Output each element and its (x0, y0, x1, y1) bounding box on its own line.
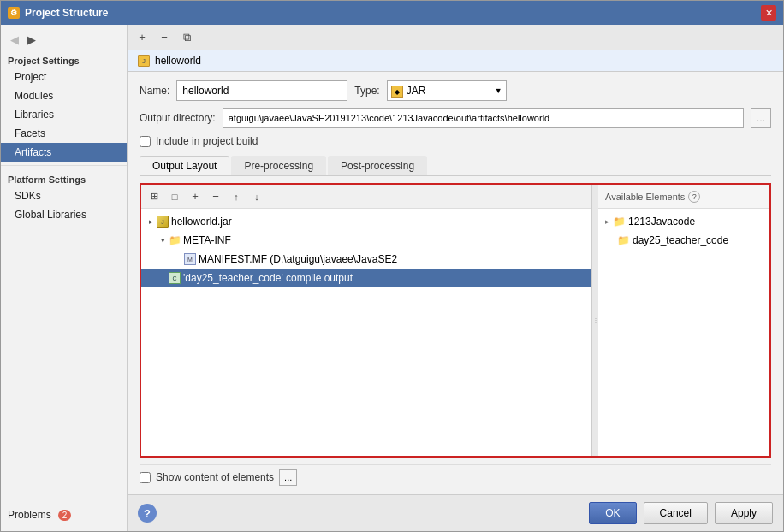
layout-down-button[interactable]: ↓ (247, 187, 266, 206)
nav-forward-button[interactable]: ▶ (25, 33, 39, 46)
show-content-label: Show content of elements (156, 471, 274, 483)
jar-icon: J (157, 216, 169, 228)
copy-artifact-button[interactable]: ⧉ (177, 28, 196, 47)
output-dir-label: Output directory: (140, 112, 216, 124)
sidebar: ◀ ▶ Project Settings Project Modules Lib… (1, 25, 128, 531)
compile-icon: C (169, 272, 181, 284)
help-icon: ? (688, 191, 700, 203)
tree-item-helloworld-jar[interactable]: ▸ J helloworld.jar (141, 212, 591, 231)
remove-artifact-button[interactable]: − (155, 28, 174, 47)
platform-settings-header: Platform Settings (1, 169, 127, 186)
folder-icon-meta-inf: 📁 (169, 234, 181, 246)
include-build-row: Include in project build (140, 135, 771, 147)
layout-tree: ▸ J helloworld.jar ▾ 📁 META-INF (141, 209, 591, 456)
title-bar: ⚙ Project Structure ✕ (1, 1, 783, 25)
tree-arrow-manifest (172, 253, 184, 265)
project-structure-dialog: ⚙ Project Structure ✕ ◀ ▶ Project Settin… (0, 0, 784, 532)
nav-back-button[interactable]: ◀ (8, 33, 21, 46)
splitter-dots: ⋮ (592, 316, 598, 324)
sidebar-item-facets[interactable]: Facets (1, 124, 127, 143)
ellipsis-button[interactable]: ... (279, 469, 297, 486)
layout-btn2[interactable]: □ (165, 187, 184, 206)
type-value: JAR (407, 85, 426, 97)
tree-label-manifest: MANIFEST.MF (D:\atguigu\javaee\JavaSE2 (199, 253, 397, 265)
tabs-bar: Output Layout Pre-processing Post-proces… (140, 156, 771, 176)
tree-label-compile-output: 'day25_teacher_code' compile output (183, 272, 353, 284)
help-button[interactable]: ? (138, 504, 157, 523)
show-content-checkbox[interactable] (140, 472, 151, 483)
artifact-item-label: helloworld (155, 55, 201, 67)
close-button[interactable]: ✕ (761, 5, 776, 21)
cancel-button[interactable]: Cancel (644, 502, 708, 524)
artifact-list: J helloworld (128, 50, 783, 72)
sidebar-item-project[interactable]: Project (1, 68, 127, 86)
layout-add-button[interactable]: + (186, 187, 205, 206)
manifest-icon: M (184, 253, 196, 265)
artifact-list-toolbar: + − ⧉ (128, 25, 783, 50)
output-layout-panel: ⊞ □ + − ↑ ↓ ▸ J (140, 183, 771, 458)
content-area: + − ⧉ J helloworld Name: Type: (128, 25, 783, 531)
avail-label-day25: day25_teacher_code (633, 234, 728, 246)
avail-item-day25[interactable]: 📁 day25_teacher_code (598, 231, 769, 250)
sidebar-item-modules[interactable]: Modules (1, 86, 127, 105)
dialog-footer: ? OK Cancel Apply (128, 494, 783, 531)
apply-button[interactable]: Apply (715, 502, 773, 524)
output-dir-input[interactable] (223, 108, 744, 128)
title-bar-title: Project Structure (25, 7, 756, 19)
tree-label-helloworld-jar: helloworld.jar (171, 216, 232, 228)
tab-preprocessing[interactable]: Pre-processing (231, 156, 326, 175)
sidebar-divider (1, 165, 127, 166)
name-type-row: Name: Type: ◆ JAR ▼ (140, 80, 771, 101)
tree-arrow-helloworld: ▸ (145, 216, 157, 228)
available-header-label: Available Elements (605, 192, 685, 202)
tree-item-compile-output[interactable]: C 'day25_teacher_code' compile output (141, 269, 591, 287)
tree-item-manifest[interactable]: M MANIFEST.MF (D:\atguigu\javaee\JavaSE2 (141, 250, 591, 269)
avail-folder-icon-1213: 📁 (613, 216, 625, 228)
sidebar-item-global-libraries[interactable]: Global Libraries (1, 205, 127, 224)
avail-folder-icon-day25: 📁 (617, 234, 629, 246)
include-build-checkbox[interactable] (140, 136, 151, 147)
available-elements-header: Available Elements ? (598, 185, 769, 209)
sidebar-item-sdks[interactable]: SDKs (1, 186, 127, 205)
layout-splitter[interactable]: ⋮ (591, 185, 598, 456)
available-tree: ▸ 📁 1213Javacode 📁 day25_teacher_code (598, 209, 769, 456)
browse-button[interactable]: … (751, 108, 771, 128)
show-content-row: Show content of elements ... (140, 464, 771, 486)
type-dropdown-icon: ▼ (495, 86, 502, 95)
title-bar-icon: ⚙ (8, 7, 20, 19)
type-label: Type: (354, 85, 379, 97)
layout-up-button[interactable]: ↑ (227, 187, 246, 206)
artifact-jar-icon: J (138, 55, 150, 67)
tree-arrow-meta-inf: ▾ (157, 234, 169, 246)
name-input[interactable] (176, 80, 347, 101)
avail-arrow-1213: ▸ (605, 217, 609, 226)
sidebar-item-artifacts[interactable]: Artifacts (1, 143, 127, 162)
add-artifact-button[interactable]: + (133, 28, 151, 47)
ok-button[interactable]: OK (589, 502, 636, 524)
sidebar-item-problems[interactable]: Problems 2 (1, 505, 127, 524)
include-build-label: Include in project build (156, 135, 258, 147)
layout-btn1[interactable]: ⊞ (145, 187, 163, 206)
footer-left: ? (138, 504, 157, 523)
sidebar-item-libraries[interactable]: Libraries (1, 105, 127, 124)
avail-label-1213: 1213Javacode (628, 216, 695, 228)
dialog-body: ◀ ▶ Project Settings Project Modules Lib… (1, 25, 783, 531)
tree-label-meta-inf: META-INF (183, 234, 231, 246)
form-area: Name: Type: ◆ JAR ▼ Output directory: (128, 72, 783, 494)
tree-item-meta-inf[interactable]: ▾ 📁 META-INF (141, 231, 591, 250)
tab-postprocessing[interactable]: Post-processing (328, 156, 427, 175)
layout-right: Available Elements ? ▸ 📁 1213Javacode (598, 185, 769, 456)
avail-item-1213javacode[interactable]: ▸ 📁 1213Javacode (598, 212, 769, 231)
layout-toolbar: ⊞ □ + − ↑ ↓ (141, 185, 591, 209)
tab-output-layout[interactable]: Output Layout (140, 156, 229, 175)
project-settings-header: Project Settings (1, 50, 127, 68)
problems-badge: 2 (58, 510, 72, 521)
type-icon: ◆ (391, 85, 407, 98)
layout-remove-button[interactable]: − (206, 187, 225, 206)
tree-arrow-compile (157, 272, 169, 284)
output-dir-row: Output directory: … (140, 108, 771, 128)
name-label: Name: (140, 85, 169, 97)
sidebar-nav-row: ◀ ▶ (1, 28, 127, 50)
artifact-item-helloworld[interactable]: J helloworld (128, 50, 783, 71)
type-select[interactable]: ◆ JAR ▼ (387, 80, 507, 101)
